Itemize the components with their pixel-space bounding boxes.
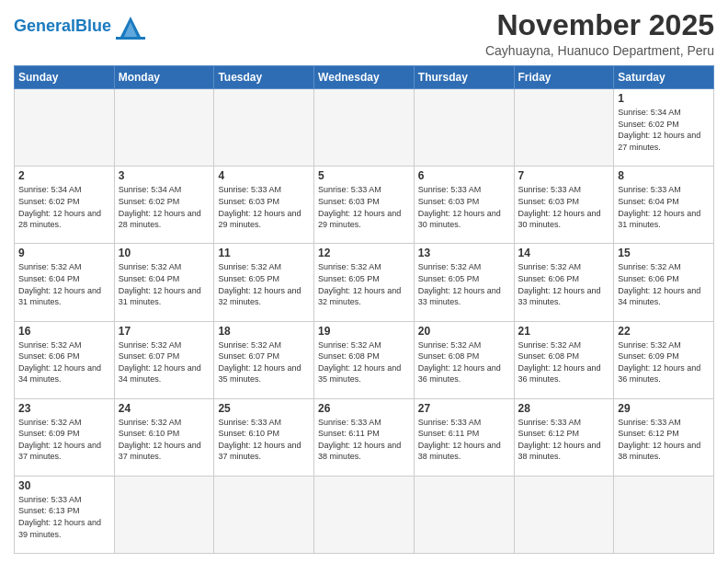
day-info: Sunrise: 5:33 AMSunset: 6:03 PMDaylight:… xyxy=(218,184,310,230)
day-number: 21 xyxy=(518,325,610,338)
table-row: 20 Sunrise: 5:32 AMSunset: 6:08 PMDaylig… xyxy=(414,321,514,398)
table-row: 19 Sunrise: 5:32 AMSunset: 6:08 PMDaylig… xyxy=(314,321,415,398)
day-info: Sunrise: 5:32 AMSunset: 6:08 PMDaylight:… xyxy=(318,339,410,385)
day-number: 22 xyxy=(618,325,710,338)
day-number: 3 xyxy=(119,169,210,182)
table-row: 4 Sunrise: 5:33 AMSunset: 6:03 PMDayligh… xyxy=(214,167,314,244)
col-friday: Friday xyxy=(514,66,614,89)
col-saturday: Saturday xyxy=(614,66,714,89)
day-number: 8 xyxy=(618,169,710,182)
day-info: Sunrise: 5:32 AMSunset: 6:06 PMDaylight:… xyxy=(618,261,710,307)
day-number: 2 xyxy=(18,169,110,182)
table-row: 21 Sunrise: 5:32 AMSunset: 6:08 PMDaylig… xyxy=(514,321,614,398)
table-row: 12 Sunrise: 5:32 AMSunset: 6:05 PMDaylig… xyxy=(314,244,415,321)
empty-cell xyxy=(114,89,214,167)
day-number: 30 xyxy=(18,479,110,492)
header: GeneralBlue November 2025 Cayhuayna, Hua… xyxy=(14,9,714,58)
table-row: 10 Sunrise: 5:32 AMSunset: 6:04 PMDaylig… xyxy=(114,244,214,321)
table-row: 28 Sunrise: 5:33 AMSunset: 6:12 PMDaylig… xyxy=(514,398,614,476)
day-info: Sunrise: 5:34 AMSunset: 6:02 PMDaylight:… xyxy=(18,184,110,230)
day-number: 27 xyxy=(418,402,510,415)
logo-icon xyxy=(114,13,147,40)
calendar-table: Sunday Monday Tuesday Wednesday Thursday… xyxy=(14,65,714,554)
day-number: 9 xyxy=(18,247,110,259)
day-number: 29 xyxy=(618,402,710,415)
day-number: 23 xyxy=(18,402,110,415)
table-row: 2 Sunrise: 5:34 AMSunset: 6:02 PMDayligh… xyxy=(15,167,115,244)
empty-cell xyxy=(15,89,115,167)
day-info: Sunrise: 5:32 AMSunset: 6:09 PMDaylight:… xyxy=(18,417,110,463)
day-number: 18 xyxy=(218,325,310,338)
empty-cell xyxy=(214,89,314,167)
day-info: Sunrise: 5:32 AMSunset: 6:06 PMDaylight:… xyxy=(518,261,610,307)
day-info: Sunrise: 5:33 AMSunset: 6:03 PMDaylight:… xyxy=(518,184,610,230)
table-row: 18 Sunrise: 5:32 AMSunset: 6:07 PMDaylig… xyxy=(214,321,314,398)
logo-blue: Blue xyxy=(75,17,111,35)
table-row: 22 Sunrise: 5:32 AMSunset: 6:09 PMDaylig… xyxy=(614,321,714,398)
page: GeneralBlue November 2025 Cayhuayna, Hua… xyxy=(0,0,728,563)
empty-cell xyxy=(414,89,514,167)
day-number: 10 xyxy=(119,247,210,259)
table-row: 7 Sunrise: 5:33 AMSunset: 6:03 PMDayligh… xyxy=(514,167,614,244)
table-row: 9 Sunrise: 5:32 AMSunset: 6:04 PMDayligh… xyxy=(15,244,115,321)
location: Cayhuayna, Huanuco Department, Peru xyxy=(485,43,714,58)
empty-cell xyxy=(414,476,514,553)
day-number: 1 xyxy=(618,92,710,105)
day-info: Sunrise: 5:32 AMSunset: 6:05 PMDaylight:… xyxy=(318,261,410,307)
day-info: Sunrise: 5:32 AMSunset: 6:06 PMDaylight:… xyxy=(18,339,110,385)
day-info: Sunrise: 5:33 AMSunset: 6:10 PMDaylight:… xyxy=(218,417,310,463)
day-number: 7 xyxy=(518,169,610,182)
day-info: Sunrise: 5:33 AMSunset: 6:11 PMDaylight:… xyxy=(418,417,510,463)
day-info: Sunrise: 5:32 AMSunset: 6:04 PMDaylight:… xyxy=(18,261,110,307)
day-number: 19 xyxy=(318,325,410,338)
day-number: 26 xyxy=(318,402,410,415)
empty-cell xyxy=(314,89,415,167)
logo: GeneralBlue xyxy=(14,13,147,40)
table-row: 29 Sunrise: 5:33 AMSunset: 6:12 PMDaylig… xyxy=(614,398,714,476)
day-info: Sunrise: 5:34 AMSunset: 6:02 PMDaylight:… xyxy=(119,184,210,230)
table-row: 15 Sunrise: 5:32 AMSunset: 6:06 PMDaylig… xyxy=(614,244,714,321)
day-info: Sunrise: 5:32 AMSunset: 6:04 PMDaylight:… xyxy=(119,261,210,307)
empty-cell xyxy=(514,89,614,167)
day-info: Sunrise: 5:32 AMSunset: 6:07 PMDaylight:… xyxy=(218,339,310,385)
logo-text: GeneralBlue xyxy=(14,17,111,36)
day-info: Sunrise: 5:33 AMSunset: 6:12 PMDaylight:… xyxy=(518,417,610,463)
day-info: Sunrise: 5:32 AMSunset: 6:07 PMDaylight:… xyxy=(119,339,210,385)
day-number: 25 xyxy=(218,402,310,415)
empty-cell xyxy=(314,476,415,553)
day-info: Sunrise: 5:32 AMSunset: 6:09 PMDaylight:… xyxy=(618,339,710,385)
day-number: 16 xyxy=(18,325,110,338)
table-row: 11 Sunrise: 5:32 AMSunset: 6:05 PMDaylig… xyxy=(214,244,314,321)
day-info: Sunrise: 5:32 AMSunset: 6:05 PMDaylight:… xyxy=(218,261,310,307)
table-row: 16 Sunrise: 5:32 AMSunset: 6:06 PMDaylig… xyxy=(15,321,115,398)
day-number: 24 xyxy=(119,402,210,415)
day-info: Sunrise: 5:33 AMSunset: 6:03 PMDaylight:… xyxy=(318,184,410,230)
day-info: Sunrise: 5:32 AMSunset: 6:08 PMDaylight:… xyxy=(418,339,510,385)
table-row: 25 Sunrise: 5:33 AMSunset: 6:10 PMDaylig… xyxy=(214,398,314,476)
empty-cell xyxy=(614,476,714,553)
day-number: 20 xyxy=(418,325,510,338)
day-number: 14 xyxy=(518,247,610,259)
col-sunday: Sunday xyxy=(15,66,115,89)
logo-general: General xyxy=(14,17,75,35)
day-info: Sunrise: 5:33 AMSunset: 6:04 PMDaylight:… xyxy=(618,184,710,230)
svg-rect-2 xyxy=(116,37,145,40)
empty-cell xyxy=(114,476,214,553)
col-thursday: Thursday xyxy=(414,66,514,89)
calendar-header-row: Sunday Monday Tuesday Wednesday Thursday… xyxy=(15,66,714,89)
table-row: 30 Sunrise: 5:33 AMSunset: 6:13 PMDaylig… xyxy=(15,476,115,553)
day-info: Sunrise: 5:33 AMSunset: 6:03 PMDaylight:… xyxy=(418,184,510,230)
day-info: Sunrise: 5:33 AMSunset: 6:11 PMDaylight:… xyxy=(318,417,410,463)
day-number: 6 xyxy=(418,169,510,182)
day-number: 11 xyxy=(218,247,310,259)
day-info: Sunrise: 5:32 AMSunset: 6:08 PMDaylight:… xyxy=(518,339,610,385)
table-row: 3 Sunrise: 5:34 AMSunset: 6:02 PMDayligh… xyxy=(114,167,214,244)
table-row: 8 Sunrise: 5:33 AMSunset: 6:04 PMDayligh… xyxy=(614,167,714,244)
day-info: Sunrise: 5:32 AMSunset: 6:05 PMDaylight:… xyxy=(418,261,510,307)
month-title: November 2025 xyxy=(485,9,714,41)
day-number: 15 xyxy=(618,247,710,259)
table-row: 17 Sunrise: 5:32 AMSunset: 6:07 PMDaylig… xyxy=(114,321,214,398)
table-row: 6 Sunrise: 5:33 AMSunset: 6:03 PMDayligh… xyxy=(414,167,514,244)
col-monday: Monday xyxy=(114,66,214,89)
table-row: 24 Sunrise: 5:32 AMSunset: 6:10 PMDaylig… xyxy=(114,398,214,476)
